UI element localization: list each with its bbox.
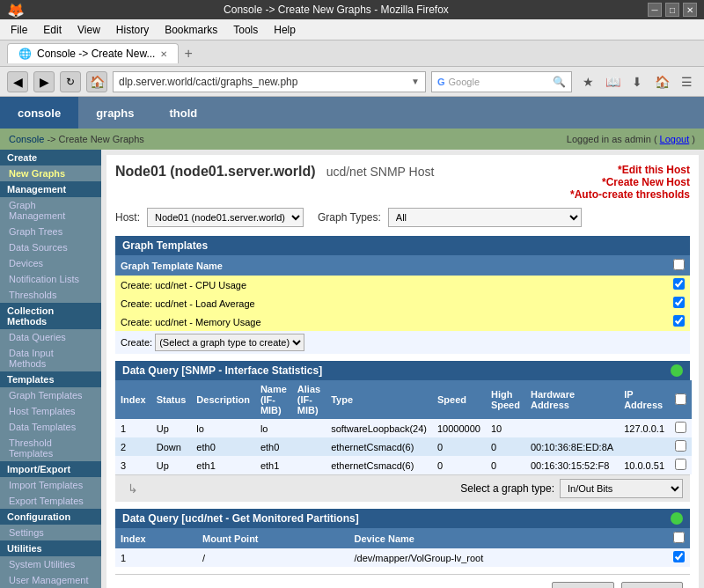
sidebar: Create New Graphs Management Graph Manag…	[0, 150, 101, 588]
breadcrumb-bar: Console -> Create New Graphs Logged in a…	[0, 129, 704, 150]
main-layout: Create New Graphs Management Graph Manag…	[0, 150, 704, 588]
green-status-dot-2	[671, 512, 683, 525]
menu-bookmarks[interactable]: Bookmarks	[158, 22, 224, 38]
sidebar-item-graph-trees[interactable]: Graph Trees	[0, 224, 101, 239]
home-btn[interactable]: 🏠	[86, 71, 107, 92]
sidebar-item-thresholds[interactable]: Thresholds	[0, 287, 101, 303]
dq1-row3-high-speed: 0	[486, 456, 525, 474]
download-icon[interactable]: ⬇	[627, 71, 648, 92]
col-index: Index	[115, 380, 151, 419]
home-icon[interactable]: 🏠	[651, 71, 672, 92]
content-inner: Node01 (node01.server.world) ucd/net SNM…	[106, 155, 699, 588]
sidebar-item-new-graphs[interactable]: New Graphs	[0, 165, 101, 181]
sidebar-section-templates: Templates	[0, 371, 101, 387]
sidebar-item-data-input-methods[interactable]: Data Input Methods	[0, 345, 101, 371]
nav-tab-console[interactable]: console	[0, 97, 78, 129]
sidebar-item-notification-lists[interactable]: Notification Lists	[0, 271, 101, 287]
gt-checkbox-1[interactable]	[673, 278, 685, 290]
auto-create-thresholds-link[interactable]: *Auto-create thresholds	[570, 188, 690, 201]
host-type: ucd/net SNMP Host	[326, 165, 435, 179]
sidebar-item-graph-management[interactable]: Graph Management	[0, 197, 101, 224]
sidebar-item-threshold-templates[interactable]: Threshold Templates	[0, 435, 101, 461]
dq2-row1-mount: /	[197, 548, 349, 567]
tab-close-btn[interactable]: ✕	[160, 49, 167, 59]
col-dq2-select	[668, 528, 690, 548]
cancel-button[interactable]: Cancel	[552, 582, 614, 588]
table-row: Create: ucd/net - CPU Usage	[115, 276, 690, 294]
dq1-row2-desc: eth0	[191, 437, 255, 456]
table-row: Create: ucd/net - Memory Usage	[115, 312, 690, 331]
menu-file[interactable]: File	[4, 22, 34, 38]
sidebar-item-export-templates[interactable]: Export Templates	[0, 493, 101, 509]
back-btn[interactable]: ◀	[7, 71, 28, 92]
edit-host-link[interactable]: *Edit this Host	[570, 164, 690, 176]
dq1-row2-name: eth0	[255, 437, 292, 456]
nav-tab-graphs[interactable]: graphs	[78, 97, 151, 129]
sidebar-item-graph-templates[interactable]: Graph Templates	[0, 387, 101, 403]
create-select[interactable]: (Select a graph type to create)	[155, 334, 304, 351]
maximize-btn[interactable]: □	[665, 3, 679, 17]
col-type: Type	[326, 380, 432, 419]
col-dq2-mount: Mount Point	[197, 528, 349, 548]
url-dropdown-arrow[interactable]: ▼	[411, 77, 420, 86]
create-new-host-link[interactable]: *Create New Host	[570, 176, 690, 188]
menu-tools[interactable]: Tools	[226, 22, 265, 38]
bookmark-icon[interactable]: 📖	[602, 71, 623, 92]
sidebar-item-devices[interactable]: Devices	[0, 255, 101, 271]
menu-edit[interactable]: Edit	[36, 22, 69, 38]
create-button[interactable]: Create	[621, 582, 683, 588]
dq1-row3-alias	[292, 456, 326, 474]
menu-view[interactable]: View	[70, 22, 107, 38]
dq1-row1-checkbox[interactable]	[675, 422, 686, 433]
sidebar-item-data-sources[interactable]: Data Sources	[0, 239, 101, 255]
nav-tab-thold[interactable]: thold	[151, 97, 215, 129]
gt-checkbox-3[interactable]	[673, 315, 685, 327]
dq1-row2-status: Down	[151, 437, 192, 456]
gt-row-label-2: Create: ucd/net - Load Average	[115, 294, 668, 312]
sidebar-item-system-utilities[interactable]: System Utilities	[0, 556, 101, 572]
browser-tab-active[interactable]: 🌐 Console -> Create New... ✕	[7, 43, 179, 63]
host-label: Host:	[115, 211, 140, 224]
table-row: Create: ucd/net - Load Average	[115, 294, 690, 312]
graph-templates-table-header: Graph Template Name	[115, 255, 690, 276]
dq1-row1-desc: lo	[191, 419, 255, 437]
refresh-btn[interactable]: ↻	[60, 71, 81, 92]
gt-row-check-4	[668, 331, 690, 354]
sidebar-item-data-queries[interactable]: Data Queries	[0, 329, 101, 345]
close-btn[interactable]: ✕	[683, 3, 697, 17]
col-graph-template-name: Graph Template Name	[115, 255, 668, 276]
star-icon[interactable]: ★	[577, 71, 598, 92]
graph-templates-header: Graph Templates	[115, 236, 690, 255]
dq2-select-all[interactable]	[673, 532, 685, 543]
dq1-select-all[interactable]	[675, 393, 686, 405]
menu-history[interactable]: History	[109, 22, 156, 38]
url-text: dlp.server.world/cacti/graphs_new.php	[119, 76, 297, 88]
host-select[interactable]: Node01 (node01.server.world)	[147, 208, 304, 227]
search-box[interactable]: G Google 🔍	[431, 71, 572, 92]
graph-types-select[interactable]: All	[388, 208, 582, 227]
sidebar-item-host-templates[interactable]: Host Templates	[0, 403, 101, 419]
menu-help[interactable]: Help	[267, 22, 303, 38]
new-tab-btn[interactable]: +	[180, 46, 195, 62]
select-graph-type-select[interactable]: In/Out Bits	[560, 479, 683, 498]
url-box[interactable]: dlp.server.world/cacti/graphs_new.php ▼	[113, 71, 426, 92]
select-all-checkbox[interactable]	[673, 259, 685, 270]
sidebar-item-settings[interactable]: Settings	[0, 525, 101, 540]
sidebar-item-data-templates[interactable]: Data Templates	[0, 419, 101, 435]
logout-link[interactable]: Logout	[660, 134, 690, 144]
breadcrumb-console[interactable]: Console	[9, 134, 44, 144]
gt-row-check-2	[668, 294, 690, 312]
sidebar-item-user-management[interactable]: User Management	[0, 572, 101, 588]
menu-icon[interactable]: ☰	[676, 71, 697, 92]
dq1-row1-ip: 127.0.0.1	[619, 419, 670, 437]
dq1-row3-checkbox[interactable]	[675, 459, 686, 470]
tab-label: Console -> Create New...	[37, 48, 155, 60]
dq1-header: Data Query [SNMP - Interface Statistics]	[115, 361, 690, 380]
sidebar-item-import-templates[interactable]: Import Templates	[0, 477, 101, 493]
forward-btn[interactable]: ▶	[33, 71, 55, 92]
gt-checkbox-2[interactable]	[673, 297, 685, 308]
dq1-row2-checkbox[interactable]	[675, 440, 686, 452]
search-icon[interactable]: 🔍	[553, 76, 566, 88]
dq2-row1-checkbox[interactable]	[673, 551, 685, 562]
minimize-btn[interactable]: ─	[648, 3, 662, 17]
